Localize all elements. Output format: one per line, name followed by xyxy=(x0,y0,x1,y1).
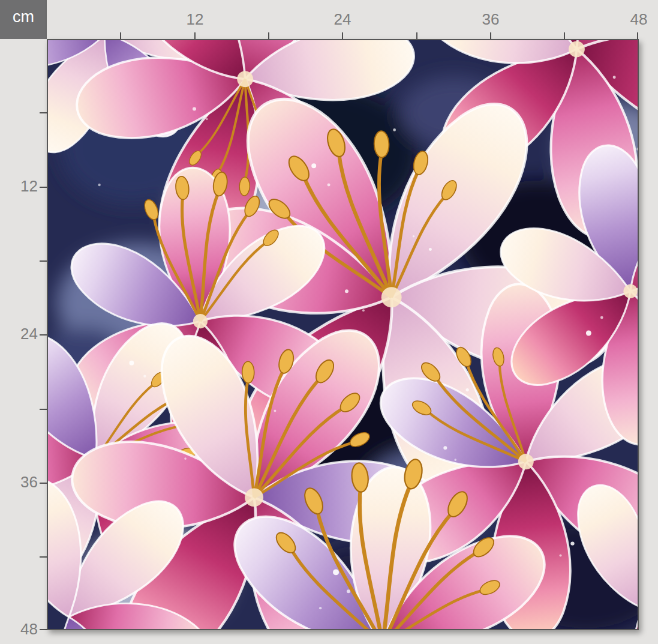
ruler-unit-badge: cm xyxy=(0,0,47,39)
ruler-tick xyxy=(40,556,47,558)
ruler-label-24: 24 xyxy=(334,10,351,29)
ruler-tick xyxy=(194,32,196,39)
ruler-label-48: 48 xyxy=(20,620,38,639)
ruler-tick xyxy=(40,629,47,630)
ruler-tick xyxy=(40,260,47,262)
ruler-tick xyxy=(564,32,565,39)
ruler-tick xyxy=(342,32,343,39)
ruler-label-24: 24 xyxy=(20,325,38,343)
ruler-tick xyxy=(40,187,47,188)
ruler-tick xyxy=(40,483,47,484)
watercolor-lily-artwork xyxy=(48,40,638,629)
ruler-tick xyxy=(40,334,47,336)
pattern-preview[interactable] xyxy=(47,39,639,630)
ruler-tick xyxy=(40,409,47,410)
ruler-horizontal: 12 24 36 48 xyxy=(47,0,639,39)
ruler-tick xyxy=(268,32,269,39)
ruler-label-48: 48 xyxy=(630,10,648,29)
ruler-label-36: 36 xyxy=(20,473,38,492)
ruler-unit-label: cm xyxy=(13,8,34,26)
ruler-tick xyxy=(120,32,121,39)
ruler-label-12: 12 xyxy=(187,10,204,29)
ruler-tick xyxy=(416,32,417,39)
ruler-tick xyxy=(637,32,638,39)
fabric-preview-window: cm 12 24 36 48 12 24 36 48 xyxy=(0,0,658,644)
ruler-label-12: 12 xyxy=(20,177,38,196)
ruler-tick xyxy=(40,112,47,113)
ruler-tick xyxy=(490,32,491,39)
ruler-label-36: 36 xyxy=(482,10,500,29)
ruler-vertical: 12 24 36 48 xyxy=(0,39,47,630)
